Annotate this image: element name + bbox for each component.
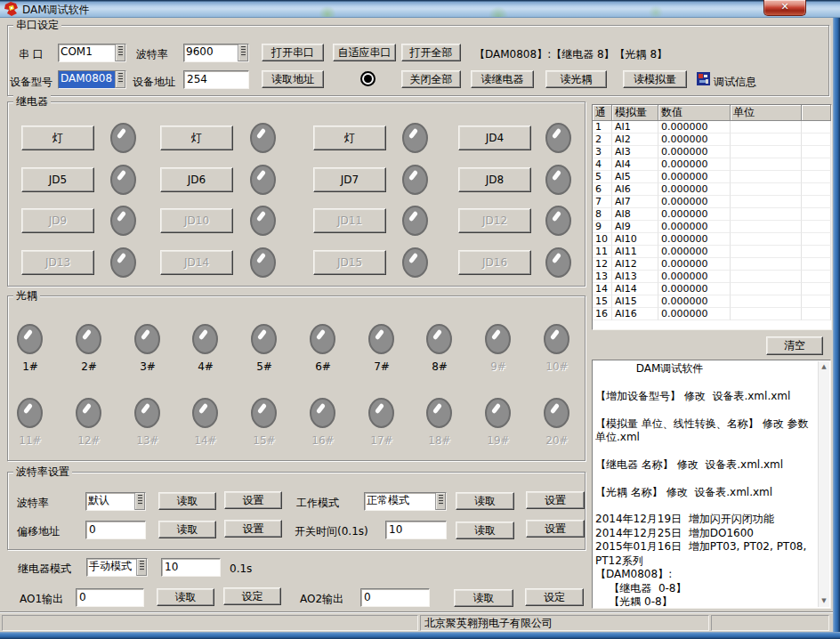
relay-mode-spinner-icon[interactable]: [136, 559, 147, 576]
switch-time-read-button[interactable]: 读取: [456, 522, 514, 539]
relay-button-7[interactable]: JD7: [313, 167, 386, 192]
relay-mode-time-input[interactable]: 10: [161, 558, 221, 577]
relay-button-2[interactable]: 灯: [160, 125, 233, 150]
offset-address-input[interactable]: 0: [85, 521, 146, 539]
table-row[interactable]: 4AI40.000000: [593, 158, 831, 171]
offset-read-button[interactable]: 读取: [158, 521, 216, 538]
close-button[interactable]: ✕: [763, 0, 806, 16]
ao2-input[interactable]: 0: [360, 588, 430, 607]
relay-button-3[interactable]: 灯: [313, 125, 386, 150]
clear-button[interactable]: 清空: [766, 336, 823, 355]
status-bar: 北京聚英翱翔电子有限公司: [0, 611, 833, 632]
open-all-button[interactable]: 打开全部: [401, 44, 461, 61]
table-cell: AI15: [612, 295, 658, 308]
opto-group-title: 光耦: [13, 289, 40, 303]
table-cell: [802, 183, 831, 196]
table-cell: [731, 133, 802, 146]
table-row[interactable]: 10AI100.000000: [593, 233, 831, 246]
opto-led-icon-14: [192, 398, 218, 428]
table-cell: [802, 295, 831, 308]
info-panel[interactable]: DAM调试软件 【增加设备型号】 修改 设备表.xml.xml 【模拟量 单位、…: [592, 360, 831, 609]
baud-settings-group: 波特率设置 波特率 默认 读取 设置 工作模式 正常模式 读取 设置 偏移地址 …: [7, 472, 586, 550]
work-mode-combobox[interactable]: 正常模式: [364, 492, 447, 511]
read-opto-button[interactable]: 读光耦: [545, 70, 607, 88]
switch-time-input[interactable]: 10: [385, 521, 447, 539]
switch-time-set-button[interactable]: 设置: [526, 520, 585, 538]
table-row[interactable]: 13AI130.000000: [593, 271, 831, 283]
device-address-input[interactable]: 254: [183, 70, 249, 89]
offset-set-button[interactable]: 设置: [224, 520, 282, 538]
ao2-read-button[interactable]: 读取: [454, 589, 513, 607]
relay-button-8[interactable]: JD8: [458, 167, 531, 192]
table-row[interactable]: 16AI160.000000: [593, 308, 831, 320]
debug-info-icon[interactable]: [697, 72, 710, 85]
table-cell: 0.000000: [658, 233, 731, 246]
auto-adapt-port-button[interactable]: 自适应串口: [333, 44, 396, 61]
relay-group: 继电器 灯灯灯JD4JD5JD6JD7JD8JD9JD10JD11JD12JD1…: [7, 101, 586, 287]
baudrate-read-button[interactable]: 读取: [158, 492, 216, 510]
table-cell: AI4: [612, 158, 658, 171]
debug-info-label[interactable]: 调试信息: [714, 76, 756, 88]
read-relay-button[interactable]: 读继电器: [471, 70, 534, 88]
table-row[interactable]: 14AI140.000000: [593, 283, 831, 295]
offset-address-label: 偏移地址: [17, 525, 60, 538]
table-row[interactable]: 1AI10.000000: [593, 121, 831, 133]
window-title: DAM调试软件: [22, 3, 90, 18]
table-cell: 9: [593, 221, 612, 233]
scroll-down-icon[interactable]: ▼: [819, 595, 829, 607]
relay-button-6[interactable]: JD6: [160, 167, 233, 192]
table-header-cell[interactable]: 单位: [731, 105, 802, 121]
table-cell: AI5: [612, 171, 658, 183]
table-header-cell[interactable]: [802, 105, 831, 121]
ao1-set-button[interactable]: 设定: [223, 587, 281, 605]
table-row[interactable]: 12AI120.000000: [593, 258, 831, 271]
serial-group-title: 串口设定: [13, 19, 61, 32]
table-cell: [802, 121, 831, 133]
close-all-button[interactable]: 关闭全部: [401, 70, 461, 88]
relay-mode-combobox[interactable]: 手动模式: [86, 558, 148, 577]
relay-button-4[interactable]: JD4: [458, 125, 531, 150]
baudrate-set-button[interactable]: 设置: [224, 491, 282, 509]
read-address-button[interactable]: 读取地址: [262, 70, 324, 88]
relay-button-5[interactable]: JD5: [21, 167, 94, 192]
com-port-combobox[interactable]: COM1: [58, 44, 126, 62]
table-header-cell[interactable]: 通: [593, 105, 612, 121]
com-port-spinner-icon[interactable]: [115, 44, 125, 61]
table-row[interactable]: 9AI90.000000: [593, 221, 831, 233]
baud-rate-combobox[interactable]: 9600: [183, 44, 249, 62]
table-row[interactable]: 15AI150.000000: [593, 295, 831, 308]
opto-label-14: 14#: [192, 434, 219, 447]
baudrate-combobox[interactable]: 默认: [85, 492, 146, 511]
opto-led-icon-4: [192, 324, 218, 354]
relay-button-1[interactable]: 灯: [21, 125, 94, 150]
ao1-read-button[interactable]: 读取: [157, 588, 214, 606]
device-model-spinner-icon[interactable]: [115, 71, 125, 88]
read-analog-button[interactable]: 读模拟量: [623, 70, 687, 88]
table-row[interactable]: 6AI60.000000: [593, 183, 831, 196]
table-row[interactable]: 3AI30.000000: [593, 146, 831, 158]
table-row[interactable]: 7AI70.000000: [593, 196, 831, 208]
work-mode-set-button[interactable]: 设置: [526, 491, 585, 509]
ao1-input[interactable]: 0: [76, 588, 144, 607]
table-header-cell[interactable]: 数值: [658, 105, 731, 121]
device-model-combobox[interactable]: DAM0808: [58, 70, 126, 89]
opto-led-icon-19: [485, 398, 511, 428]
baudrate-spinner-icon[interactable]: [134, 493, 145, 510]
table-cell: AI9: [612, 221, 658, 233]
table-header-row: 通模拟量数值单位: [593, 105, 831, 121]
analog-values-table[interactable]: 通模拟量数值单位 1AI10.0000002AI20.0000003AI30.0…: [592, 104, 832, 330]
table-header-cell[interactable]: 模拟量: [612, 105, 658, 121]
work-mode-spinner-icon[interactable]: [435, 493, 446, 510]
table-row[interactable]: 11AI110.000000: [593, 246, 831, 258]
opto-label-7: 7#: [368, 360, 395, 373]
baud-rate-spinner-icon[interactable]: [238, 44, 248, 61]
info-scrollbar[interactable]: ▲ ▼: [818, 361, 829, 607]
table-row[interactable]: 2AI20.000000: [593, 133, 831, 146]
table-row[interactable]: 8AI80.000000: [593, 208, 831, 221]
open-port-button[interactable]: 打开串口: [262, 44, 324, 61]
relay-led-icon-15: [402, 247, 428, 278]
work-mode-read-button[interactable]: 读取: [456, 492, 514, 510]
ao2-set-button[interactable]: 设定: [525, 588, 584, 606]
table-row[interactable]: 5AI50.000000: [593, 171, 831, 183]
scroll-up-icon[interactable]: ▲: [819, 361, 829, 373]
